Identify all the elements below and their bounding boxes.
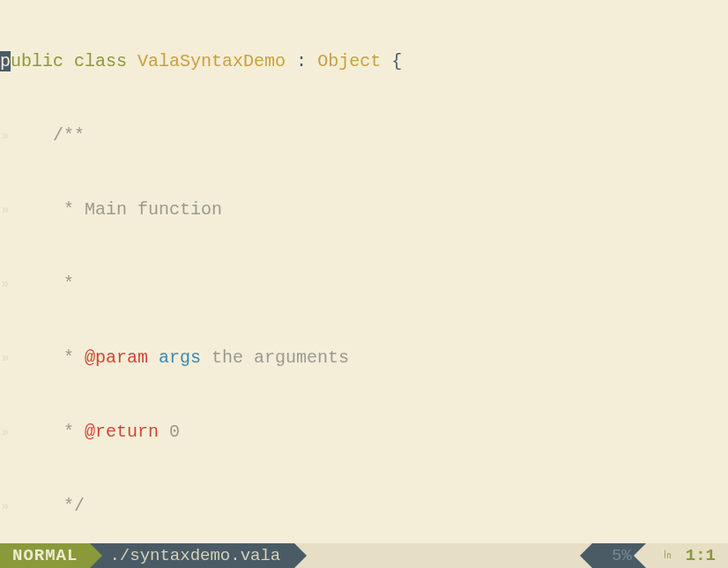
code-line: » */ [0,494,728,519]
vim-mode-indicator: NORMAL [0,543,90,568]
code-line: » * Main function [0,198,728,222]
code-line: » * @return 0 [0,420,728,445]
line-symbol: ㏑ [646,543,682,568]
statusbar-spacer [294,543,592,568]
code-editor[interactable]: public class ValaSyntaxDemo : Object { »… [0,0,728,543]
code-line: » * @param args the arguments [0,346,728,370]
status-bar: NORMAL ./syntaxdemo.vala 5% ㏑ 1:1 [0,543,728,568]
code-line: » * [0,272,728,296]
code-line: public class ValaSyntaxDemo : Object { [0,49,728,74]
cursor-position: 1:1 [682,543,728,568]
cursor: p [0,51,11,71]
file-path: ./syntaxdemo.vala [90,543,294,568]
code-line: » /** [0,123,728,148]
